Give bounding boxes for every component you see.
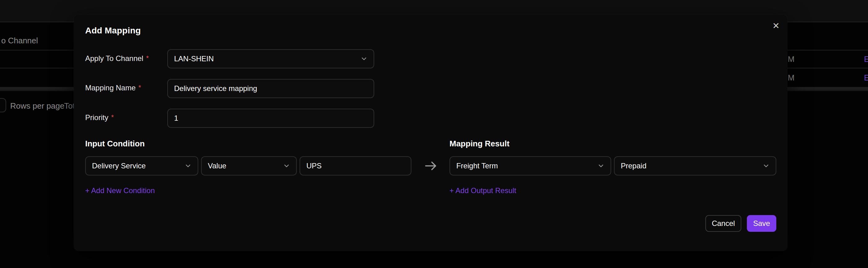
cancel-button[interactable]: Cancel: [705, 215, 741, 232]
priority-label-text: Priority: [85, 113, 108, 122]
mapping-result-heading: Mapping Result: [450, 139, 509, 148]
mapping-name-input[interactable]: [167, 79, 374, 98]
table-column-header-channel: o Channel: [1, 36, 38, 45]
required-asterisk: *: [146, 54, 149, 62]
mapping-name-label: Mapping Name*: [85, 83, 141, 92]
priority-label: Priority*: [85, 113, 114, 122]
table-row-time-fragment: M: [788, 73, 795, 82]
condition-field-value: Delivery Service: [92, 162, 181, 170]
result-field-select[interactable]: Freight Term: [450, 156, 611, 175]
add-output-result-link[interactable]: + Add Output Result: [450, 186, 516, 195]
apply-to-channel-label: Apply To Channel*: [85, 54, 149, 63]
save-button[interactable]: Save: [747, 215, 776, 232]
close-icon[interactable]: ✕: [769, 19, 783, 33]
condition-operator-select[interactable]: Value: [201, 156, 297, 175]
apply-to-channel-select[interactable]: LAN-SHEIN: [167, 49, 374, 68]
chevron-down-icon: [283, 163, 290, 169]
table-row-edit-link-fragment[interactable]: E: [864, 73, 868, 82]
result-field-value: Freight Term: [456, 162, 594, 170]
chevron-down-icon: [361, 56, 367, 62]
arrow-right-icon: [424, 159, 439, 172]
rows-per-page-select[interactable]: [0, 98, 6, 112]
mapping-name-label-text: Mapping Name: [85, 83, 136, 92]
condition-field-select[interactable]: Delivery Service: [85, 156, 198, 175]
required-asterisk: *: [138, 83, 141, 91]
condition-operator-value: Value: [208, 162, 279, 170]
chevron-down-icon: [597, 163, 604, 169]
apply-to-channel-value: LAN-SHEIN: [174, 55, 357, 63]
table-row-time-fragment: M: [788, 55, 795, 64]
result-value-value: Prepaid: [621, 162, 759, 170]
result-value-select[interactable]: Prepaid: [614, 156, 776, 175]
condition-value-input[interactable]: [300, 156, 411, 175]
chevron-down-icon: [185, 163, 191, 169]
required-asterisk: *: [111, 113, 114, 121]
rows-per-page-label: Rows per page: [10, 101, 64, 111]
input-condition-heading: Input Condition: [85, 139, 145, 148]
apply-to-channel-label-text: Apply To Channel: [85, 54, 144, 63]
table-row-edit-link-fragment[interactable]: E: [864, 55, 868, 64]
add-new-condition-link[interactable]: + Add New Condition: [85, 186, 155, 195]
total-count-label: Tot: [64, 101, 75, 111]
chevron-down-icon: [763, 163, 770, 169]
add-mapping-modal: Add Mapping ✕ Apply To Channel* LAN-SHEI…: [74, 14, 787, 251]
modal-title: Add Mapping: [85, 26, 141, 36]
priority-input[interactable]: [167, 109, 374, 128]
